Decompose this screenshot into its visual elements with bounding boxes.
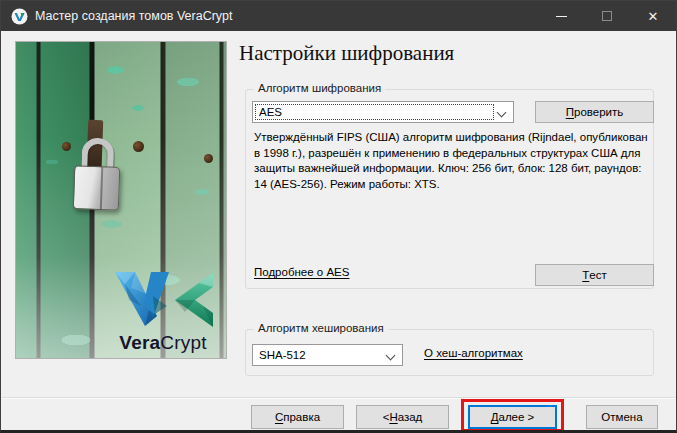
wizard-window: Мастер создания томов VeraCrypt ✕ bbox=[0, 0, 677, 433]
page-title: Настройки шифрования bbox=[239, 41, 454, 66]
encryption-algorithm-group: Алгоритм шифрования AES Проверить Утверж… bbox=[245, 89, 654, 289]
titlebar: Мастер создания томов VeraCrypt ✕ bbox=[1, 1, 676, 31]
help-button[interactable]: Справка bbox=[251, 405, 344, 429]
algorithm-description: Утверждённый FIPS (США) алгоритм шифрова… bbox=[254, 130, 656, 192]
footer-separator bbox=[2, 397, 675, 399]
rust-bolt bbox=[204, 154, 213, 163]
veracrypt-logo-mark bbox=[111, 272, 215, 330]
rust-bolt bbox=[133, 141, 144, 152]
chevron-down-icon bbox=[386, 351, 396, 361]
maximize-icon bbox=[584, 1, 630, 31]
back-button[interactable]: < Назад bbox=[356, 405, 449, 429]
encryption-group-label: Алгоритм шифрования bbox=[254, 82, 385, 94]
close-icon[interactable]: ✕ bbox=[630, 1, 676, 31]
more-about-aes-link[interactable]: Подробнее о AES bbox=[254, 266, 349, 278]
door-photo: VeraCrypt bbox=[15, 41, 227, 359]
hash-algorithms-link[interactable]: О хеш-алгоритмах bbox=[424, 347, 523, 359]
veracrypt-wordmark: VeraCrypt bbox=[104, 332, 222, 353]
padlock-icon bbox=[73, 137, 122, 213]
chevron-down-icon bbox=[497, 108, 507, 118]
window-title: Мастер создания томов VeraCrypt bbox=[35, 1, 233, 31]
hash-algorithm-group: Алгоритм хеширования SHA-512 О хеш-алгор… bbox=[245, 329, 654, 376]
hash-algorithm-value: SHA-512 bbox=[259, 349, 306, 361]
veracrypt-logo: VeraCrypt bbox=[104, 272, 222, 353]
rust-bolt bbox=[62, 142, 71, 151]
hash-algorithm-select[interactable]: SHA-512 bbox=[252, 344, 403, 366]
red-highlight-annotation bbox=[461, 399, 564, 432]
encryption-algorithm-value: AES bbox=[259, 106, 282, 118]
check-button[interactable]: Проверить bbox=[535, 101, 654, 123]
padlock-body bbox=[73, 165, 121, 211]
veracrypt-app-icon bbox=[11, 8, 28, 25]
cancel-button[interactable]: Отмена bbox=[586, 405, 658, 429]
minimize-icon[interactable] bbox=[538, 1, 584, 31]
encryption-algorithm-select[interactable]: AES bbox=[252, 101, 514, 123]
test-button[interactable]: Тест bbox=[535, 264, 654, 286]
hash-group-label: Алгоритм хеширования bbox=[254, 322, 388, 334]
